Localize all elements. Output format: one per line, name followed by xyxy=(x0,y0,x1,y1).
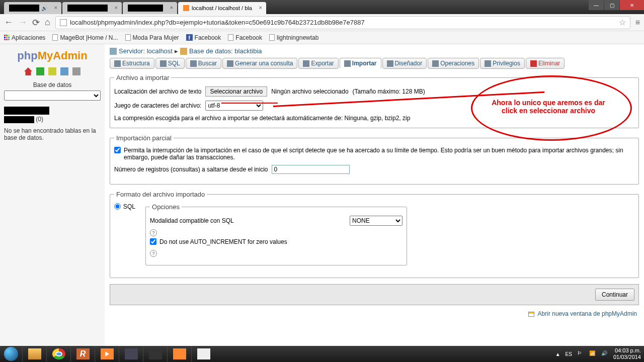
footer-link-row: Abrir nueva ventana de phpMyAdmin xyxy=(110,310,639,317)
task-chrome[interactable] xyxy=(46,346,70,362)
window-close-button[interactable]: ✕ xyxy=(620,0,644,10)
chevron-right-icon: ▸ xyxy=(175,47,178,55)
bookmark-magebot[interactable]: MageBot |Home / N... xyxy=(52,34,118,41)
skip-input[interactable] xyxy=(272,165,350,174)
browser-tab-1[interactable]: 🔊× xyxy=(4,2,61,14)
forward-button[interactable]: → xyxy=(18,17,27,28)
interrupt-label: Permita la interrupción de la importació… xyxy=(124,147,634,161)
help-icon[interactable]: ? xyxy=(150,250,157,257)
charset-label: Juego de caracteres del archivo: xyxy=(114,102,201,109)
facebook-icon: f xyxy=(186,34,193,41)
pma-logo: phpMyAdmin xyxy=(4,49,101,62)
auto-increment-checkbox[interactable] xyxy=(150,238,156,245)
database-icon xyxy=(180,48,187,55)
tray-expand-icon[interactable]: ▲ xyxy=(555,351,560,357)
format-legend: Formato del archivo importado xyxy=(114,191,207,198)
task-media[interactable] xyxy=(95,346,119,362)
start-button[interactable] xyxy=(0,346,22,362)
bookmarks-bar: Aplicaciones MageBot |Home / N... Moda P… xyxy=(0,31,644,44)
database-select[interactable] xyxy=(4,90,101,101)
browser-tab-2[interactable]: × xyxy=(62,2,122,14)
db-item[interactable]: (0) xyxy=(4,116,101,123)
allow-interrupt-checkbox[interactable] xyxy=(114,147,121,153)
tab-title: localhost / localhost / bla xyxy=(192,5,252,11)
tab-privilegios[interactable]: Privilegios xyxy=(480,58,525,69)
docs-icon[interactable] xyxy=(60,67,68,75)
submit-row: Continuar xyxy=(110,284,639,305)
query-icon[interactable] xyxy=(36,67,44,75)
reload-button[interactable]: ⟳ xyxy=(32,17,40,28)
tab-operaciones[interactable]: Operaciones xyxy=(428,58,479,69)
sidebar-icons xyxy=(4,67,101,75)
task-app-r[interactable]: R xyxy=(70,346,95,362)
task-paint[interactable] xyxy=(191,346,215,362)
browser-tabs-bar: 🔊× × × localhost / localhost / bla× — ▢ … xyxy=(0,0,644,14)
doc-icon xyxy=(52,34,58,41)
home-icon[interactable] xyxy=(24,67,32,75)
bookmark-star-icon[interactable]: ☆ xyxy=(619,18,626,27)
language-indicator[interactable]: ES xyxy=(566,351,572,357)
bookmark-facebook-1[interactable]: fFacebook xyxy=(186,34,221,41)
partial-fieldset: Importación parcial Permita la interrupc… xyxy=(110,134,639,185)
doc-icon xyxy=(125,34,131,41)
open-new-window-link[interactable]: Abrir nueva ventana de phpMyAdmin xyxy=(538,310,637,317)
task-explorer[interactable] xyxy=(22,346,46,362)
skip-label: Número de registros (consultas) a saltar… xyxy=(114,166,268,173)
home-button[interactable]: ⌂ xyxy=(45,17,50,28)
task-xampp[interactable] xyxy=(167,346,191,362)
bookmark-lightning[interactable]: lightningnewtab xyxy=(269,34,318,41)
tab-sql[interactable]: SQL xyxy=(155,58,185,69)
options-legend: Opciones xyxy=(150,203,182,211)
database-label: Base de datos xyxy=(4,81,101,88)
bookmark-facebook-2[interactable]: Facebook xyxy=(228,34,262,41)
menu-icon[interactable]: ≡ xyxy=(635,18,640,27)
mode-select[interactable]: NONE xyxy=(350,216,403,226)
breadcrumb-database[interactable]: Base de datos: blacktibia xyxy=(189,47,262,55)
minimize-button[interactable]: — xyxy=(589,0,604,10)
close-icon[interactable]: × xyxy=(115,5,118,11)
clock[interactable]: 04:03 p.m. 01/03/2014 xyxy=(613,347,641,360)
close-icon[interactable]: × xyxy=(170,5,173,11)
back-button[interactable]: ← xyxy=(4,17,13,28)
speaker-icon[interactable]: 🔊 xyxy=(601,350,608,357)
sql-icon[interactable] xyxy=(48,67,56,75)
task-notes[interactable] xyxy=(119,346,143,362)
audio-icon: 🔊 xyxy=(41,6,47,11)
tab-exportar[interactable]: Exportar xyxy=(298,58,338,69)
browser-tab-active[interactable]: localhost / localhost / bla× xyxy=(178,2,266,14)
tab-eliminar[interactable]: Eliminar xyxy=(526,58,565,69)
new-window-icon xyxy=(528,312,534,317)
maximize-button[interactable]: ▢ xyxy=(604,0,619,10)
doc-icon xyxy=(269,34,275,41)
close-icon[interactable]: × xyxy=(259,5,262,11)
url-bar[interactable]: localhost/phpmyadmin/index.php?db=ejempl… xyxy=(55,16,630,29)
continue-button[interactable]: Continuar xyxy=(595,289,634,301)
import-fieldset: Archivo a importar Localización del arch… xyxy=(110,74,639,128)
close-icon[interactable]: × xyxy=(54,5,57,11)
pma-sidebar: phpMyAdmin Base de datos (0) No se han e… xyxy=(0,44,105,346)
network-icon[interactable]: 📶 xyxy=(589,350,596,357)
mode-label: Modalidad compatible con SQL xyxy=(150,217,234,224)
browser-tab-3[interactable]: × xyxy=(123,2,177,14)
breadcrumb-server[interactable]: Servidor: localhost xyxy=(119,47,173,55)
import-legend: Archivo a importar xyxy=(114,74,171,81)
tab-buscar[interactable]: Buscar xyxy=(186,58,221,69)
windows-taskbar: R ▲ ES 🏳 📶 🔊 04:03 p.m. 01/03/2014 xyxy=(0,346,644,362)
charset-select[interactable]: utf-8 xyxy=(205,101,263,111)
help-icon[interactable]: ? xyxy=(150,229,157,236)
tab-disenador[interactable]: Diseñador xyxy=(382,58,427,69)
file-label: Localización del archivo de texto xyxy=(114,88,201,95)
flag-icon[interactable]: 🏳 xyxy=(577,350,584,357)
tab-estructura[interactable]: Estructura xyxy=(110,58,154,69)
format-sql-radio[interactable] xyxy=(114,203,121,210)
bookmark-moda[interactable]: Moda Para Mujer xyxy=(125,34,179,41)
main-content: Servidor: localhost ▸ Base de datos: bla… xyxy=(105,44,644,346)
tab-generar[interactable]: Generar una consulta xyxy=(222,58,297,69)
reload-icon[interactable] xyxy=(72,67,80,75)
task-pen[interactable] xyxy=(143,346,167,362)
pma-tabs: Estructura SQL Buscar Generar una consul… xyxy=(110,58,639,69)
apps-button[interactable]: Aplicaciones xyxy=(4,34,45,41)
doc-icon xyxy=(228,34,233,41)
tab-importar[interactable]: Importar xyxy=(340,58,381,69)
select-file-button[interactable]: Seleccionar archivo xyxy=(205,86,267,97)
